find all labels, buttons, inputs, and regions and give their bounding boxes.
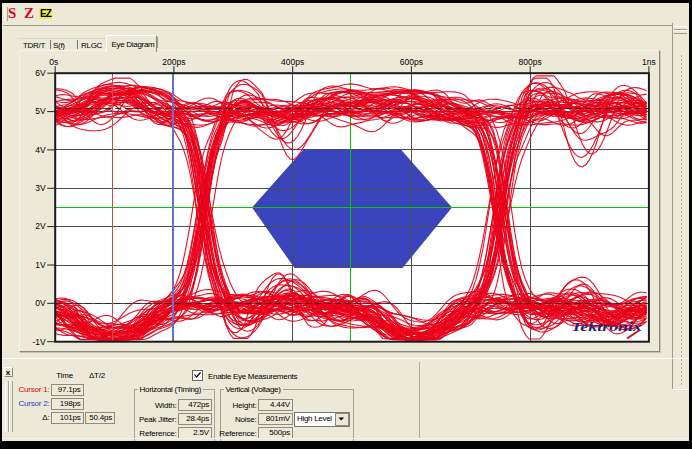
svg-text:0V: 0V — [35, 298, 46, 308]
svg-text:6V: 6V — [35, 68, 46, 78]
svg-text:5V: 5V — [35, 106, 46, 116]
svg-text:1ns: 1ns — [642, 57, 656, 67]
svg-text:400ps: 400ps — [281, 57, 304, 67]
svg-text:2V: 2V — [35, 221, 46, 231]
svg-text:3V: 3V — [35, 183, 46, 193]
svg-text:4V: 4V — [35, 145, 46, 155]
svg-text:800ps: 800ps — [519, 57, 542, 67]
svg-text:600ps: 600ps — [400, 57, 423, 67]
svg-text:200ps: 200ps — [162, 57, 185, 67]
svg-text:Tektronix: Tektronix — [571, 319, 642, 334]
svg-text:0s: 0s — [49, 57, 58, 67]
svg-text:1V: 1V — [35, 260, 46, 270]
svg-text:-1V: -1V — [32, 337, 46, 347]
